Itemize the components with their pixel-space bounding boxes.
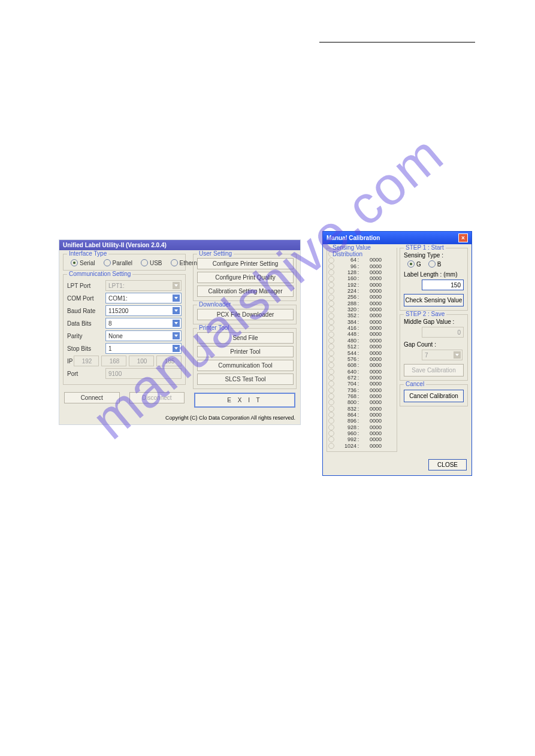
distribution-row[interactable]: 960:0000 xyxy=(328,430,395,436)
distribution-row[interactable]: 832:0000 xyxy=(328,406,395,412)
dist-value: 0000 xyxy=(360,418,382,424)
label-length-label: Label Length : (mm) xyxy=(404,271,464,278)
radio-icon xyxy=(328,430,334,436)
dist-key: 192 xyxy=(336,282,356,288)
distribution-row[interactable]: 320:0000 xyxy=(328,306,395,312)
distribution-row[interactable]: 608:0000 xyxy=(328,362,395,368)
chevron-down-icon[interactable] xyxy=(173,320,180,327)
distribution-row[interactable]: 192:0000 xyxy=(328,282,395,288)
stop-bits-combo[interactable]: 1 xyxy=(105,343,182,354)
radio-icon xyxy=(328,375,334,381)
distribution-row[interactable]: 64:0000 xyxy=(328,257,395,263)
dist-value: 0000 xyxy=(360,430,382,436)
downloader-group: Downloader PCX File Downloader xyxy=(193,305,297,324)
middle-gap-value-label: Middle Gap Value : xyxy=(404,318,464,325)
port-value: 9100 xyxy=(108,371,122,377)
data-bits-combo[interactable]: 8 xyxy=(105,318,182,329)
radio-icon xyxy=(328,393,334,399)
calibration-setting-manager-button[interactable]: Calibration Setting Manager xyxy=(197,286,294,297)
distribution-row[interactable]: 736:0000 xyxy=(328,387,395,393)
interface-serial-radio[interactable]: Serial xyxy=(71,259,95,266)
distribution-row[interactable]: 896:0000 xyxy=(328,418,395,424)
radio-icon xyxy=(328,436,334,442)
chevron-down-icon[interactable] xyxy=(173,294,180,302)
interface-parallel-radio[interactable]: Parallel xyxy=(104,259,132,266)
chevron-down-icon[interactable] xyxy=(173,345,180,352)
dist-key: 640 xyxy=(336,369,356,375)
distribution-row[interactable]: 480:0000 xyxy=(328,338,395,344)
dist-value: 0000 xyxy=(360,288,382,294)
distribution-row[interactable]: 384:0000 xyxy=(328,319,395,325)
unified-label-utility-window: Unified Label Utility-II (Version 2.0.4)… xyxy=(59,239,301,425)
dist-value: 0000 xyxy=(360,443,382,449)
dist-key: 256 xyxy=(336,294,356,300)
send-file-button[interactable]: Send File xyxy=(197,332,294,344)
slcs-test-tool-button[interactable]: SLCS Test Tool xyxy=(197,374,294,385)
sensing-type-b-radio[interactable]: B xyxy=(428,260,442,268)
distribution-row[interactable]: 1024:0000 xyxy=(328,443,395,449)
chevron-down-icon[interactable] xyxy=(173,332,180,339)
label-length-input[interactable]: 150 xyxy=(422,280,464,290)
distribution-row[interactable]: 544:0000 xyxy=(328,350,395,356)
close-icon[interactable]: × xyxy=(458,233,468,242)
distribution-row[interactable]: 704:0000 xyxy=(328,381,395,387)
distribution-row[interactable]: 928:0000 xyxy=(328,424,395,430)
distribution-row[interactable]: 224:0000 xyxy=(328,288,395,294)
distribution-row[interactable]: 800:0000 xyxy=(328,399,395,405)
header-line xyxy=(319,42,475,42)
dist-key: 512 xyxy=(336,344,356,350)
downloader-legend: Downloader xyxy=(197,301,232,308)
radio-icon xyxy=(328,424,334,430)
pcx-file-downloader-button[interactable]: PCX File Downloader xyxy=(197,309,294,320)
distribution-row[interactable]: 288:0000 xyxy=(328,300,395,306)
sensing-type-label: Sensing Type : xyxy=(404,252,464,259)
distribution-row[interactable]: 128:0000 xyxy=(328,269,395,275)
radio-icon xyxy=(328,263,334,269)
distribution-row[interactable]: 640:0000 xyxy=(328,369,395,375)
chevron-down-icon[interactable] xyxy=(173,307,180,314)
dist-value: 0000 xyxy=(360,269,382,275)
port-input: 9100 xyxy=(105,368,182,379)
radio-icon xyxy=(328,313,334,319)
distribution-row[interactable]: 512:0000 xyxy=(328,344,395,350)
radio-icon xyxy=(328,294,334,300)
dist-value: 0000 xyxy=(360,257,382,263)
configure-printer-setting-button[interactable]: Configure Printer Setting xyxy=(197,258,294,269)
configure-print-quality-button[interactable]: Configure Print Quality xyxy=(197,272,294,283)
dist-value: 0000 xyxy=(360,312,382,318)
distribution-row[interactable]: 864:0000 xyxy=(328,412,395,418)
printer-tool-button[interactable]: Printer Tool xyxy=(197,346,294,357)
parity-combo[interactable]: None xyxy=(105,330,182,341)
window-title: Unified Label Utility-II (Version 2.0.4) xyxy=(59,240,300,250)
interface-usb-radio[interactable]: USB xyxy=(141,259,162,266)
close-button[interactable]: CLOSE xyxy=(428,459,467,470)
distribution-row[interactable]: 96:0000 xyxy=(328,263,395,269)
dist-key: 320 xyxy=(336,306,356,312)
window-title-bar: Manual Calibration × xyxy=(323,232,471,244)
cancel-calibration-button[interactable]: Cancel Calibration xyxy=(404,390,464,402)
distribution-row[interactable]: 160:0000 xyxy=(328,275,395,281)
sensing-type-g-label: G xyxy=(416,261,421,268)
dist-value: 0000 xyxy=(360,275,382,281)
distribution-row[interactable]: 352:0000 xyxy=(328,312,395,318)
exit-button[interactable]: E X I T xyxy=(194,393,295,408)
distribution-row[interactable]: 256:0000 xyxy=(328,294,395,300)
distribution-row[interactable]: 768:0000 xyxy=(328,393,395,399)
manual-calibration-window: Manual Calibration × Sensing Value Distr… xyxy=(322,231,472,476)
distribution-row[interactable]: 672:0000 xyxy=(328,375,395,381)
radio-icon xyxy=(328,443,334,449)
radio-icon xyxy=(328,276,334,282)
sensing-type-g-radio[interactable]: G xyxy=(407,260,421,268)
distribution-row[interactable]: 576:0000 xyxy=(328,356,395,362)
dist-key: 704 xyxy=(336,381,356,387)
communication-tool-button[interactable]: Communication Tool xyxy=(197,360,294,371)
check-sensing-value-button[interactable]: Check Sensing Value xyxy=(404,294,464,306)
dist-value: 0000 xyxy=(360,406,382,412)
dist-value: 0000 xyxy=(360,399,382,405)
distribution-row[interactable]: 416:0000 xyxy=(328,325,395,331)
connect-button[interactable]: Connect xyxy=(64,392,120,403)
com-port-combo[interactable]: COM1: xyxy=(105,293,182,303)
distribution-row[interactable]: 448:0000 xyxy=(328,331,395,337)
baud-rate-combo[interactable]: 115200 xyxy=(105,305,182,316)
distribution-row[interactable]: 992:0000 xyxy=(328,436,395,442)
